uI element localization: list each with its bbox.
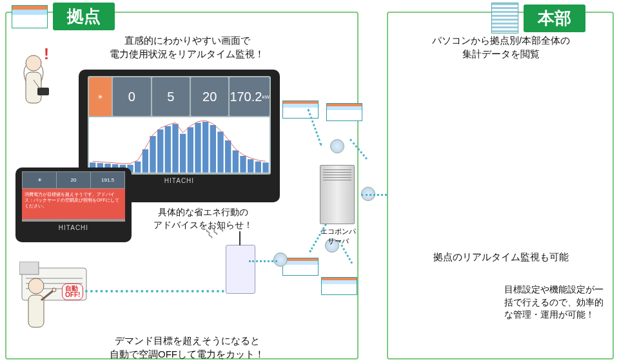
svg-rect-19 (210, 125, 216, 173)
svg-rect-10 (142, 149, 148, 173)
auto-off-badge: 自動 OFF! (62, 283, 83, 300)
link-3 (361, 194, 387, 196)
svg-point-34 (52, 288, 56, 292)
tile-b: 5 (152, 77, 190, 116)
tablet-screen: ☀ 0 5 20 170.2kW (88, 76, 271, 175)
mini-store-2 (326, 103, 362, 121)
dotted-link-ac (85, 290, 224, 292)
svg-rect-18 (202, 122, 208, 173)
hq-panel: 本部 パソコンから拠点別/本部全体の集計データを閲覧 1件 拠点のリアルタイム監… (387, 12, 614, 359)
site-title: 拠点 (53, 3, 115, 30)
svg-rect-25 (255, 162, 261, 173)
hq-header: 本部 (491, 3, 585, 34)
blurb-pc-view: パソコンから拠点別/本部全体の集計データを閲覧 (401, 34, 601, 61)
globe-icon-4 (273, 253, 288, 267)
person-pointing (14, 274, 59, 345)
svg-rect-14 (172, 124, 178, 173)
svg-rect-9 (135, 162, 141, 173)
svg-rect-11 (150, 136, 155, 173)
svg-rect-26 (262, 163, 268, 173)
mini-store-1 (282, 101, 319, 119)
site-panel: 拠点 直感的にわかりやすい画面で電力使用状況をリアルタイム監視！ ! ☀ 0 5… (5, 12, 359, 359)
svg-point-0 (26, 55, 41, 71)
svg-rect-24 (248, 159, 253, 173)
tile-d: 170.2kW (230, 77, 270, 116)
office-icon (491, 3, 518, 34)
alert-val-b: 191.5 (91, 172, 124, 188)
tile-a: 0 (113, 77, 150, 116)
tablet-chart (89, 117, 270, 173)
store-icon (12, 5, 48, 28)
alert-val-a: 20 (57, 172, 90, 188)
mini-store-4 (321, 277, 357, 295)
svg-rect-15 (180, 134, 186, 173)
blurb-realtime: 直感的にわかりやすい画面で電力使用状況をリアルタイム監視！ (71, 34, 303, 61)
server (320, 165, 355, 224)
server-label: エコポンパ サーバ (311, 227, 365, 246)
mini-store-3 (282, 258, 319, 276)
alert-icon: ☀ (23, 172, 56, 188)
router-device (226, 245, 255, 294)
blurb-realtime-hq: 拠点のリアルタイム監視も可能 (408, 250, 594, 263)
svg-rect-31 (19, 262, 39, 274)
svg-rect-2 (37, 88, 49, 95)
svg-rect-13 (165, 126, 171, 173)
alert-brand: HITACHI (22, 224, 125, 231)
svg-rect-22 (233, 151, 239, 173)
hq-title: 本部 (524, 5, 585, 32)
svg-point-32 (28, 278, 44, 294)
globe-icon-1 (330, 139, 344, 153)
blurb-demand: デマンド目標を超えそうになると自動で空調OFFして電力をカット！ (71, 334, 303, 361)
svg-rect-20 (217, 132, 223, 173)
svg-rect-16 (188, 128, 193, 173)
tablet-alert: ☀ 20 191.5 消費電力が目標値を超えそうです。アドバイス：バックヤードの… (15, 168, 132, 242)
svg-rect-12 (157, 129, 163, 173)
svg-rect-21 (225, 140, 231, 173)
site-header: 拠点 (12, 3, 115, 30)
tile-c: 20 (191, 77, 228, 116)
alert-message: 消費電力が目標値を超えそうです。アドバイス：バックヤードの空調及び照明をOFFに… (22, 189, 125, 219)
tile-sun-icon: ☀ (89, 77, 112, 116)
blurb-settings: 目標設定や機能設定が一括で行えるので、効率的な管理・運用が可能！ (504, 283, 607, 321)
svg-rect-17 (195, 123, 201, 173)
alert-screen: ☀ 20 191.5 消費電力が目標値を超えそうです。アドバイス：バックヤードの… (22, 171, 125, 222)
svg-rect-23 (240, 156, 246, 173)
link-6 (249, 260, 277, 262)
person-monitoring (14, 52, 59, 122)
